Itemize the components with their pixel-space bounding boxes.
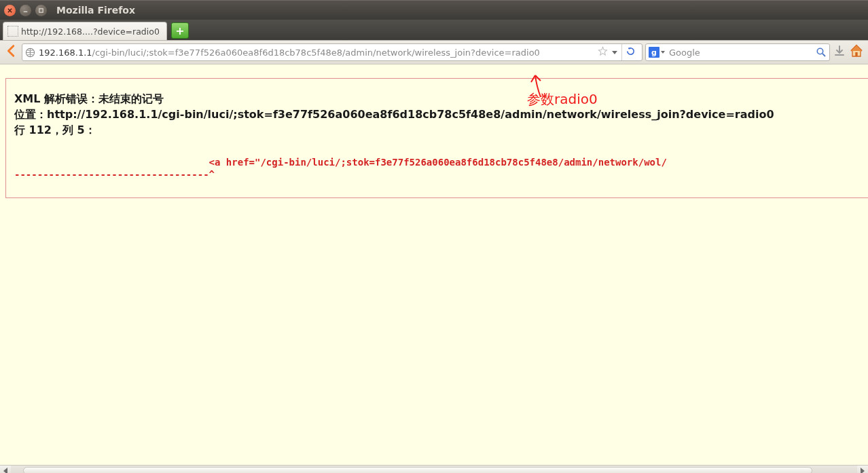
urlbar-right-controls [598,43,639,61]
browser-tab[interactable]: http://192.168....?device=radio0 [3,22,167,40]
error-heading: XML 解析错误：未结束的记号 位置：http://192.168.1.1/cg… [14,91,861,138]
error-source-context: <a href="/cgi-bin/luci/;stok=f3e77f526a0… [14,156,861,182]
downloads-button[interactable] [833,44,846,60]
home-button[interactable] [849,43,864,61]
bookmark-star-icon[interactable] [598,46,608,58]
horizontal-scrollbar[interactable] [0,465,868,473]
scroll-track[interactable] [11,466,857,473]
annotation-text: 参数radio0 [527,90,598,109]
svg-point-2 [817,48,822,54]
page-icon [7,26,18,37]
window-close-button[interactable] [4,5,16,16]
google-icon: g [649,47,659,58]
svg-rect-3 [855,52,857,56]
page-viewport: XML 解析错误：未结束的记号 位置：http://192.168.1.1/cg… [0,64,868,465]
url-history-dropdown[interactable] [612,51,617,54]
url-text: 192.168.1.1/cgi-bin/luci/;stok=f3e77f526… [39,48,540,58]
url-host: 192.168.1.1 [39,48,92,58]
search-box[interactable]: g Google [645,43,830,61]
scroll-right-button[interactable] [857,466,868,473]
address-bar[interactable]: 192.168.1.1/cgi-bin/luci/;stok=f3e77f526… [22,43,643,61]
window-titlebar: Mozilla Firefox [0,0,868,20]
search-engine-dropdown[interactable] [661,51,665,54]
svg-rect-0 [39,8,43,12]
scroll-left-button[interactable] [0,466,11,473]
reload-button[interactable] [621,43,639,61]
search-placeholder: Google [669,48,700,58]
scroll-thumb[interactable] [23,467,812,473]
window-minimize-button[interactable] [20,5,31,16]
window-maximize-button[interactable] [35,5,47,16]
new-tab-button[interactable]: + [171,22,189,39]
tab-title: http://192.168....?device=radio0 [21,26,160,37]
xml-error-box: XML 解析错误：未结束的记号 位置：http://192.168.1.1/cg… [5,78,868,198]
globe-icon [25,48,35,58]
navigation-toolbar: 192.168.1.1/cgi-bin/luci/;stok=f3e77f526… [0,41,868,64]
back-button[interactable] [4,43,19,61]
url-path: /cgi-bin/luci/;stok=f3e77f526a060ea8f6d1… [92,48,540,58]
tab-strip: http://192.168....?device=radio0 + [0,20,868,41]
search-icon[interactable] [816,47,827,58]
window-title: Mozilla Firefox [56,5,135,16]
